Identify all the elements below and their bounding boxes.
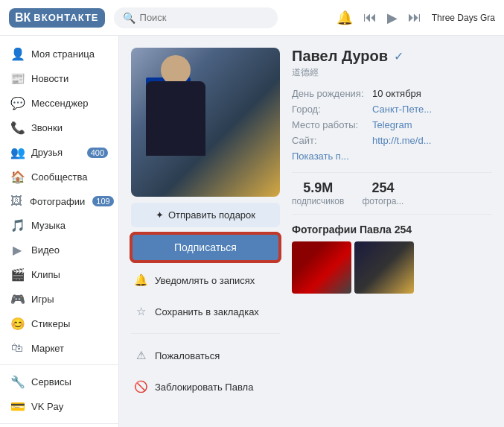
sidebar: 👤 Моя страница 📰 Новости 💬 Мессенджер 📞 … xyxy=(0,36,119,427)
stats-row: 5.9M подписчиков 254 фотогра... xyxy=(292,172,492,215)
gift-icon: ✦ xyxy=(156,209,164,221)
clips-icon: 🎬 xyxy=(10,268,24,282)
person-body xyxy=(146,81,205,156)
layout: 👤 Моя страница 📰 Новости 💬 Мессенджер 📞 … xyxy=(0,36,504,427)
sidebar-label-news: Новости xyxy=(31,73,68,84)
sidebar-item-video[interactable]: ▶ Видео xyxy=(0,238,118,262)
birthday-label: День рождения: xyxy=(292,88,366,99)
play-icon[interactable]: ▶ xyxy=(387,10,398,26)
notify-label: Уведомлять о записях xyxy=(155,275,255,286)
vk-logo[interactable]: ВК ВКОНТАКТЕ xyxy=(9,8,105,28)
sidebar-item-friends[interactable]: 👥 Друзья 400 xyxy=(0,140,118,165)
report-action[interactable]: ⚠ Пожаловаться xyxy=(131,343,280,368)
music-icon: 🎵 xyxy=(10,218,24,233)
header-right: 🔔 ⏮ ▶ ⏭ Three Days Gra xyxy=(336,10,495,26)
sidebar-divider xyxy=(0,364,118,365)
gift-button-label: Отправить подарок xyxy=(168,209,255,221)
stickers-icon: 😊 xyxy=(10,317,24,331)
report-label: Пожаловаться xyxy=(155,350,220,361)
sidebar-item-my-page[interactable]: 👤 Моя страница xyxy=(0,42,118,66)
sidebar-item-games[interactable]: 🎮 Игры xyxy=(0,287,118,311)
birthday-row: День рождения: 10 октября xyxy=(292,88,492,99)
sidebar-item-stickers[interactable]: 😊 Стикеры xyxy=(0,311,118,336)
bookmark-action[interactable]: ☆ Сохранить в закладках xyxy=(131,299,280,324)
sidebar-item-calls[interactable]: 📞 Звонки xyxy=(0,116,118,140)
subscribe-button[interactable]: Подписаться xyxy=(131,233,280,262)
birthday-value: 10 октября xyxy=(372,88,421,99)
photos-stat-label: фотогра... xyxy=(362,196,403,206)
action-divider xyxy=(131,333,280,334)
calls-icon: 📞 xyxy=(10,121,24,135)
photos-stat[interactable]: 254 фотогра... xyxy=(362,180,403,206)
next-track-icon[interactable]: ⏭ xyxy=(408,10,421,25)
subscribers-stat[interactable]: 5.9M подписчиков xyxy=(292,180,344,206)
block-label: Заблокировать Павла xyxy=(155,382,253,393)
photos-count: 254 xyxy=(362,180,403,196)
photos-grid xyxy=(292,241,492,294)
vk-pay-icon: 💳 xyxy=(10,399,24,414)
sidebar-label-communities: Сообщества xyxy=(31,171,88,183)
site-row: Сайт: http://t.me/d... xyxy=(292,135,492,146)
sidebar-label-friends: Друзья xyxy=(31,147,63,158)
block-icon: 🚫 xyxy=(134,380,147,393)
report-icon: ⚠ xyxy=(134,349,147,362)
friends-icon: 👥 xyxy=(10,145,24,159)
notify-action[interactable]: 🔔 Уведомлять о записях xyxy=(131,268,280,293)
sidebar-item-services[interactable]: 🔧 Сервисы xyxy=(0,370,118,394)
show-more-link[interactable]: Показать п... xyxy=(292,151,492,162)
messenger-icon: 💬 xyxy=(10,96,24,110)
bookmark-label: Сохранить в закладках xyxy=(155,306,259,317)
photo-thumb-1[interactable] xyxy=(292,241,351,294)
city-value[interactable]: Санкт-Пете... xyxy=(372,104,432,115)
sidebar-label-video: Видео xyxy=(31,244,60,256)
news-icon: 📰 xyxy=(10,72,24,86)
sidebar-item-vk-pay[interactable]: 💳 VK Pay xyxy=(0,394,118,419)
sidebar-label-services: Сервисы xyxy=(31,376,71,388)
work-value[interactable]: Telegram xyxy=(372,119,412,130)
subscribers-label: подписчиков xyxy=(292,196,344,206)
sidebar-item-music[interactable]: 🎵 Музыка xyxy=(0,213,118,238)
sidebar-label-photos: Фотографии xyxy=(30,196,85,207)
sidebar-label-vk-pay: VK Pay xyxy=(31,401,63,412)
city-row: Город: Санкт-Пете... xyxy=(292,104,492,115)
block-action[interactable]: 🚫 Заблокировать Павла xyxy=(131,374,280,399)
sidebar-label-my-page: Моя страница xyxy=(31,48,95,60)
bookmark-icon: ☆ xyxy=(134,305,147,318)
photos-badge: 109 xyxy=(92,196,113,206)
sidebar-item-photos[interactable]: 🖼 Фотографии 109 xyxy=(0,189,118,213)
search-icon: 🔍 xyxy=(123,12,135,24)
profile-name: Павел Дуров xyxy=(292,48,388,65)
work-row: Место работы: Telegram xyxy=(292,119,492,130)
sidebar-item-communities[interactable]: 🏠 Сообщества xyxy=(0,165,118,189)
games-icon: 🎮 xyxy=(10,292,24,306)
profile-left-column: ★ ★ ★★ ★ ★★ ★ ★ ✦ Отправить подарок Подп… xyxy=(131,48,280,415)
sidebar-label-market: Маркет xyxy=(31,343,64,354)
services-icon: 🔧 xyxy=(10,375,24,389)
prev-track-icon[interactable]: ⏮ xyxy=(363,10,377,25)
gift-button[interactable]: ✦ Отправить подарок xyxy=(131,203,280,227)
sidebar-item-clips[interactable]: 🎬 Клипы xyxy=(0,262,118,287)
site-label: Сайт: xyxy=(292,135,366,146)
sidebar-label-messenger: Мессенджер xyxy=(31,98,88,109)
sidebar-item-market[interactable]: 🛍 Маркет xyxy=(0,336,118,360)
sidebar-label-music: Музыка xyxy=(31,220,66,231)
profile-info: День рождения: 10 октября Город: Санкт-П… xyxy=(292,88,492,162)
sidebar-item-news[interactable]: 📰 Новости xyxy=(0,66,118,91)
sidebar-item-messenger[interactable]: 💬 Мессенджер xyxy=(0,91,118,116)
search-input[interactable] xyxy=(140,12,269,23)
photo-thumb-2[interactable] xyxy=(354,241,414,294)
person-head xyxy=(161,55,191,85)
main-content: ★ ★ ★★ ★ ★★ ★ ★ ✦ Отправить подарок Подп… xyxy=(119,36,504,427)
logo-text: ВКОНТАКТЕ xyxy=(34,12,98,23)
header: ВК ВКОНТАКТЕ 🔍 🔔 ⏮ ▶ ⏭ Three Days Gra xyxy=(0,0,504,36)
search-bar[interactable]: 🔍 xyxy=(114,7,278,28)
friends-badge: 400 xyxy=(87,148,108,158)
site-value[interactable]: http://t.me/d... xyxy=(372,135,431,146)
subscribe-button-label: Подписаться xyxy=(174,241,237,253)
sidebar-label-clips: Клипы xyxy=(31,269,60,280)
profile-status: 道德經 xyxy=(292,66,492,79)
notifications-icon[interactable]: 🔔 xyxy=(336,10,353,26)
notify-icon: 🔔 xyxy=(134,273,147,287)
video-icon: ▶ xyxy=(10,243,24,257)
sidebar-divider-2 xyxy=(0,423,118,424)
